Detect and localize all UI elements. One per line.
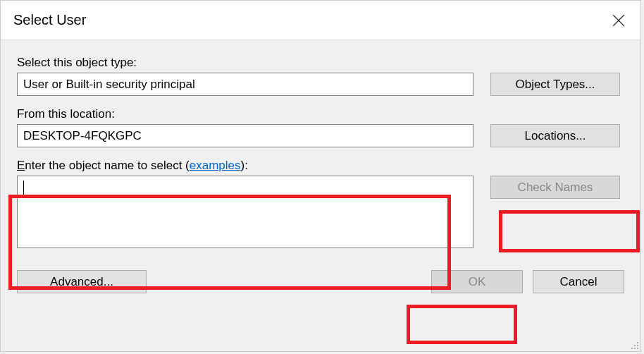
object-name-label: Enter the object name to select (example… bbox=[17, 159, 624, 173]
object-name-input[interactable] bbox=[17, 176, 473, 248]
bottom-button-row: Advanced... OK Cancel bbox=[17, 270, 624, 293]
svg-point-7 bbox=[637, 348, 638, 349]
close-icon bbox=[612, 14, 625, 27]
location-label: From this location: bbox=[17, 107, 624, 121]
object-type-label: Select this object type: bbox=[17, 56, 624, 70]
dialog-title: Select User bbox=[13, 12, 86, 28]
object-name-group: Enter the object name to select (example… bbox=[17, 159, 624, 250]
location-row: DESKTOP-4FQKGPC Locations... bbox=[17, 124, 624, 147]
resize-grip-icon bbox=[629, 340, 639, 350]
title-bar: Select User bbox=[1, 1, 640, 40]
svg-point-5 bbox=[631, 348, 633, 349]
check-names-button[interactable]: Check Names bbox=[490, 176, 620, 199]
locations-button[interactable]: Locations... bbox=[490, 124, 620, 147]
object-type-group: Select this object type: User or Built-i… bbox=[17, 56, 624, 96]
dialog-content: Select this object type: User or Built-i… bbox=[1, 40, 640, 305]
select-user-dialog: Select User Select this object type: Use… bbox=[0, 0, 641, 352]
object-type-value: User or Built-in security principal bbox=[17, 73, 473, 96]
object-name-row: Check Names bbox=[17, 176, 624, 250]
ok-cancel-group: OK Cancel bbox=[431, 270, 624, 293]
close-button[interactable] bbox=[601, 6, 636, 35]
svg-point-4 bbox=[637, 345, 638, 346]
advanced-button[interactable]: Advanced... bbox=[17, 270, 147, 293]
object-name-label-suffix: ): bbox=[241, 159, 248, 172]
ok-button[interactable]: OK bbox=[431, 270, 523, 293]
highlight-ok bbox=[407, 305, 517, 344]
object-types-button[interactable]: Object Types... bbox=[490, 73, 620, 96]
object-name-label-rest: nter the object name to select ( bbox=[25, 159, 189, 172]
object-type-row: User or Built-in security principal Obje… bbox=[17, 73, 624, 96]
object-name-label-underline: E bbox=[17, 159, 25, 172]
resize-grip[interactable] bbox=[629, 340, 639, 350]
location-group: From this location: DESKTOP-4FQKGPC Loca… bbox=[17, 107, 624, 147]
svg-point-6 bbox=[634, 348, 636, 349]
svg-point-2 bbox=[637, 342, 638, 343]
examples-link[interactable]: examples bbox=[190, 159, 241, 172]
text-caret bbox=[23, 181, 24, 195]
location-value: DESKTOP-4FQKGPC bbox=[17, 124, 473, 147]
svg-point-3 bbox=[634, 345, 636, 346]
cancel-button[interactable]: Cancel bbox=[533, 270, 624, 293]
